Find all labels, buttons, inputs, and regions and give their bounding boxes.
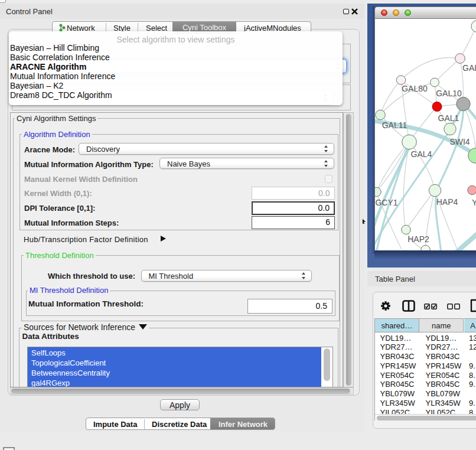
svg-text:HAP4: HAP4 bbox=[436, 197, 458, 207]
svg-text:YM: YM bbox=[472, 197, 476, 207]
svg-text:GCY1: GCY1 bbox=[375, 197, 397, 207]
svg-text:GAL10: GAL10 bbox=[436, 88, 462, 97]
svg-text:GAL80: GAL80 bbox=[402, 84, 428, 93]
svg-text:GAL2: GAL2 bbox=[462, 63, 476, 73]
svg-text:GAL4: GAL4 bbox=[411, 149, 432, 159]
svg-text:GAL1: GAL1 bbox=[438, 113, 459, 123]
svg-text:HAP2: HAP2 bbox=[407, 234, 429, 244]
svg-text:SWI4: SWI4 bbox=[449, 137, 470, 146]
svg-text:GAL11: GAL11 bbox=[382, 120, 407, 129]
